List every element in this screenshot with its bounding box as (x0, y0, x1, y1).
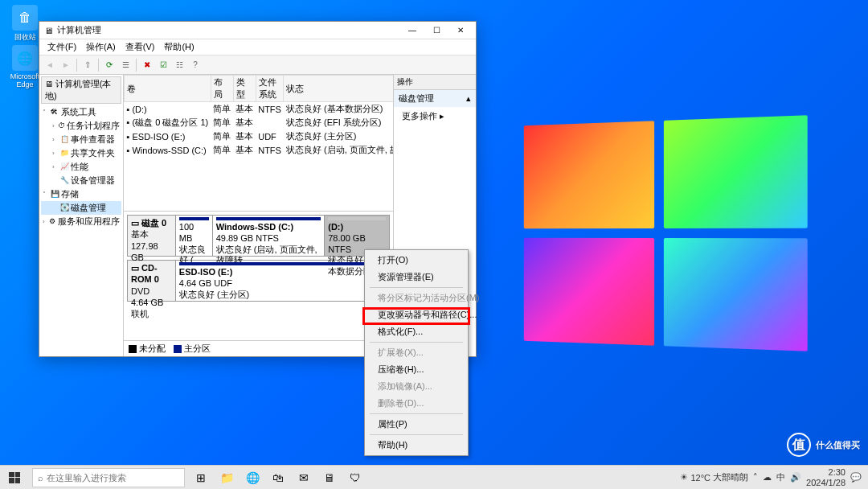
col-fs[interactable]: 文件系统 (256, 76, 284, 102)
legend-unallocated-icon (129, 345, 137, 353)
weather-widget[interactable]: ☀ 12°C 大部晴朗 (680, 471, 748, 483)
legend-primary-icon (174, 345, 182, 353)
chevron-up-icon: ▴ (466, 93, 471, 104)
content-pane: 卷 布局 类型 文件系统 状态 容量 ▪ (D:)简单基本NTFS状态良好 (基… (124, 75, 394, 356)
titlebar[interactable]: 🖥 计算机管理 — ☐ ✕ (39, 22, 476, 39)
tree-disk-management[interactable]: 💽磁盘管理 (41, 201, 121, 215)
list-button[interactable]: ☷ (172, 58, 186, 72)
context-menu-item[interactable]: 压缩卷(H)... (366, 361, 466, 378)
taskbar-app-edge[interactable]: 🌐 (240, 466, 265, 490)
tree-task-scheduler[interactable]: ›⏱任务计划程序 (41, 119, 121, 133)
col-status[interactable]: 状态 (284, 76, 393, 102)
back-button[interactable]: ◄ (43, 58, 57, 72)
tree-storage[interactable]: ˅💾存储 (41, 187, 121, 201)
menu-separator (370, 413, 463, 414)
taskbar-app-mmc[interactable]: 🖥 (317, 466, 342, 490)
partition[interactable]: ESD-ISO (E:)4.64 GB UDF状态良好 (主分区) (176, 261, 389, 301)
disk-row: ▭ CD-ROM 0DVD4.64 GB联机ESD-ISO (E:)4.64 G… (127, 260, 390, 302)
disk-map[interactable]: ▭ 磁盘 0基本127.98 GB联机100 MB状态良好 (Windows-S… (124, 212, 393, 340)
actions-group[interactable]: 磁盘管理▴ (394, 90, 476, 108)
taskbar-app-security[interactable]: 🛡 (342, 466, 368, 490)
menubar: 文件(F) 操作(A) 查看(V) 帮助(H) (39, 39, 476, 55)
actions-header: 操作 (394, 75, 476, 90)
col-type[interactable]: 类型 (233, 76, 256, 102)
context-menu-item: 将分区标记为活动分区(M) (366, 290, 466, 306)
volume-row[interactable]: ▪ ESD-ISO (E:)简单基本UDF状态良好 (主分区)4.64 GB (125, 129, 394, 143)
menu-action[interactable]: 操作(A) (81, 39, 121, 55)
tree-device-manager[interactable]: 🔧设备管理器 (41, 174, 121, 187)
legend: 未分配 主分区 (124, 340, 393, 356)
context-menu-item[interactable]: 帮助(H) (366, 437, 466, 454)
tree-event-viewer[interactable]: ›📋事件查看器 (41, 133, 121, 146)
windows-logo-icon (9, 472, 20, 483)
disk-info[interactable]: ▭ 磁盘 0基本127.98 GB联机 (128, 216, 176, 256)
context-menu-item[interactable]: 更改驱动器号和路径(C)... (366, 306, 466, 323)
nav-tree[interactable]: 🖥 计算机管理(本地) ˅🛠系统工具 ›⏱任务计划程序 ›📋事件查看器 ›📁共享… (39, 75, 124, 356)
tree-root[interactable]: 🖥 计算机管理(本地) (41, 76, 121, 104)
menu-file[interactable]: 文件(F) (43, 39, 81, 55)
tray-volume-icon[interactable]: 🔊 (790, 472, 801, 483)
menu-separator (370, 287, 463, 288)
context-menu-item[interactable]: 属性(P) (366, 416, 466, 433)
tree-services[interactable]: ›⚙服务和应用程序 (41, 215, 121, 228)
up-button[interactable]: ⇧ (80, 58, 95, 72)
volume-list[interactable]: 卷 布局 类型 文件系统 状态 容量 ▪ (D:)简单基本NTFS状态良好 (基… (124, 75, 393, 212)
search-icon: ⌕ (38, 473, 43, 483)
volume-row[interactable]: ▪ (磁盘 0 磁盘分区 1)简单基本状态良好 (EFI 系统分区)100 MB (125, 116, 394, 129)
tray-chevron-icon[interactable]: ˄ (753, 472, 758, 483)
tree-system-tools[interactable]: ˅🛠系统工具 (41, 105, 121, 119)
chevron-right-icon: ▸ (440, 111, 444, 121)
taskbar-app-explorer[interactable]: 📁 (214, 466, 240, 490)
tray-input-icon[interactable]: 中 (776, 471, 785, 483)
disk-row: ▭ 磁盘 0基本127.98 GB联机100 MB状态良好 (Windows-S… (127, 215, 390, 257)
volume-row[interactable]: ▪ (D:)简单基本NTFS状态良好 (基本数据分区)78.00 G (125, 102, 394, 117)
taskbar-apps: ⊞ 📁 🌐 🛍 ✉ 🖥 🛡 (188, 466, 368, 490)
maximize-button[interactable]: ☐ (424, 23, 448, 39)
context-menu-item: 删除卷(D)... (366, 395, 466, 412)
actions-more[interactable]: 更多操作 ▸ (394, 108, 476, 125)
col-volume[interactable]: 卷 (125, 76, 211, 102)
task-view-button[interactable]: ⊞ (188, 466, 214, 490)
window-title: 计算机管理 (57, 24, 400, 36)
start-button[interactable] (0, 466, 29, 490)
menu-separator (370, 434, 463, 435)
tree-shared-folders[interactable]: ›📁共享文件夹 (41, 146, 121, 160)
tray-onedrive-icon[interactable]: ☁ (763, 472, 772, 483)
menu-view[interactable]: 查看(V) (121, 39, 160, 55)
disk-info[interactable]: ▭ CD-ROM 0DVD4.64 GB联机 (128, 261, 176, 301)
edge-icon: 🌐 (12, 45, 38, 71)
partition[interactable]: 100 MB状态良好 ( (176, 216, 213, 256)
minimize-button[interactable]: — (400, 23, 424, 39)
taskbar-app-store[interactable]: 🛍 (265, 466, 291, 490)
volume-row[interactable]: ▪ Windows-SSD (C:)简单基本NTFS状态良好 (启动, 页面文件… (125, 143, 394, 157)
taskbar-app-mail[interactable]: ✉ (291, 466, 317, 490)
tray-notifications-icon[interactable]: 💬 (850, 472, 862, 483)
delete-button[interactable]: ✖ (140, 58, 154, 72)
wallpaper-windows-logo (524, 115, 808, 351)
recycle-bin-icon: 🗑 (12, 5, 38, 31)
properties-button[interactable]: ☰ (118, 58, 133, 72)
app-icon: 🖥 (43, 25, 54, 36)
context-menu-item[interactable]: 打开(O) (366, 252, 466, 269)
search-input[interactable] (47, 473, 179, 483)
menu-separator (370, 342, 463, 343)
system-tray[interactable]: ☀ 12°C 大部晴朗 ˄ ☁ 中 🔊 2:302024/1/28 💬 (674, 467, 868, 487)
watermark-badge-icon: 值 (787, 433, 811, 457)
refresh-button[interactable]: ⟳ (102, 58, 117, 72)
tree-performance[interactable]: ›📈性能 (41, 160, 121, 174)
watermark: 值 什么值得买 (787, 433, 860, 457)
context-menu-item[interactable]: 资源管理器(E) (366, 269, 466, 286)
view-button[interactable]: ☑ (156, 58, 170, 72)
menu-help[interactable]: 帮助(H) (159, 39, 199, 55)
taskbar-search[interactable]: ⌕ (32, 468, 185, 487)
close-button[interactable]: ✕ (448, 23, 473, 39)
context-menu-item: 添加镜像(A)... (366, 378, 466, 395)
context-menu-item: 扩展卷(X)... (366, 344, 466, 361)
context-menu-item[interactable]: 格式化(F)... (366, 323, 466, 340)
partition[interactable]: Windows-SSD (C:)49.89 GB NTFS状态良好 (启动, 页… (213, 216, 326, 256)
taskbar-clock[interactable]: 2:302024/1/28 (806, 467, 845, 487)
help-button[interactable]: ? (188, 58, 203, 72)
toolbar: ◄ ► ⇧ ⟳ ☰ ✖ ☑ ☷ ? (39, 55, 476, 75)
col-layout[interactable]: 布局 (211, 76, 233, 102)
forward-button[interactable]: ► (59, 58, 73, 72)
